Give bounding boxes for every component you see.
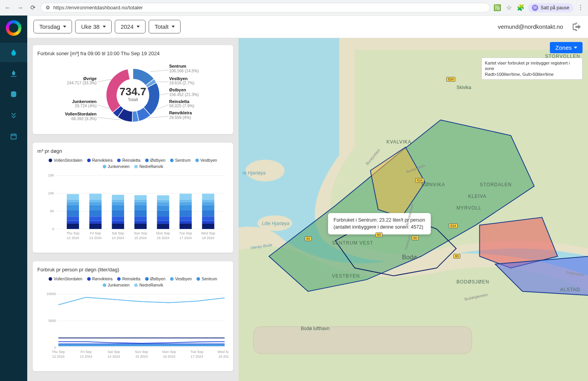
site-info-icon[interactable]: ⚙ [46,5,50,10]
profile-avatar: M [532,5,538,11]
browser-chrome: ← → ⟳ ⚙ https://environmentdashboard.no/… [0,0,588,16]
extensions-icon[interactable]: 🧩 [516,3,525,12]
bookmark-icon[interactable]: ☆ [505,3,513,12]
chrome-menu-icon[interactable]: ⋮ [576,3,585,12]
profile-pill[interactable]: M Satt på pause [528,3,573,12]
back-button[interactable]: ← [3,3,12,12]
profile-label: Satt på pause [541,5,569,10]
forward-button[interactable]: → [16,3,25,12]
url-text: https://environmentdashboard.no/totaler [53,5,143,10]
address-bar[interactable]: ⚙ https://environmentdashboard.no/totale… [40,3,490,12]
reload-button[interactable]: ⟳ [28,3,37,12]
translate-icon[interactable]: 🈯 [493,3,502,12]
